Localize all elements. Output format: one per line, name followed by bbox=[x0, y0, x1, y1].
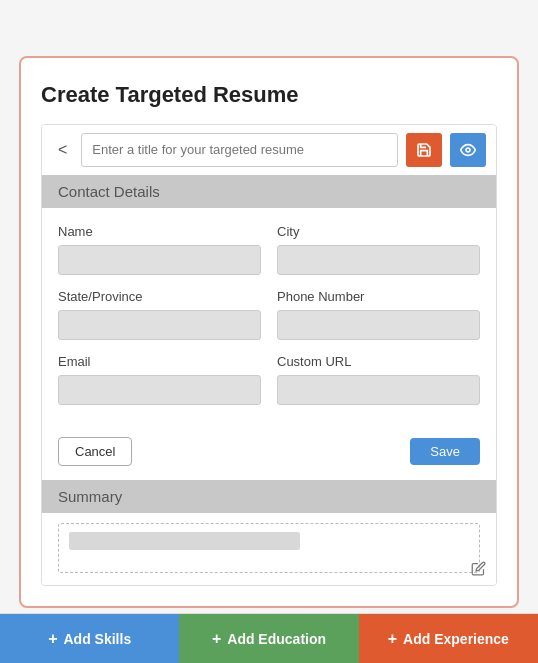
state-group: State/Province bbox=[58, 289, 261, 340]
custom-url-label: Custom URL bbox=[277, 354, 480, 369]
phone-label: Phone Number bbox=[277, 289, 480, 304]
contact-details-form: Name City State/Province Phone Number bbox=[42, 208, 496, 427]
add-skills-label: Add Skills bbox=[63, 631, 131, 647]
phone-group: Phone Number bbox=[277, 289, 480, 340]
summary-textarea[interactable] bbox=[58, 523, 480, 573]
city-label: City bbox=[277, 224, 480, 239]
add-skills-button[interactable]: + Add Skills bbox=[0, 614, 179, 663]
preview-button[interactable] bbox=[450, 133, 486, 167]
city-input[interactable] bbox=[277, 245, 480, 275]
custom-url-input[interactable] bbox=[277, 375, 480, 405]
email-group: Email bbox=[58, 354, 261, 405]
eye-icon bbox=[460, 142, 476, 158]
state-input[interactable] bbox=[58, 310, 261, 340]
summary-header: Summary bbox=[42, 480, 496, 513]
main-card: Create Targeted Resume < Contact bbox=[19, 56, 519, 608]
state-label: State/Province bbox=[58, 289, 261, 304]
name-group: Name bbox=[58, 224, 261, 275]
add-education-button[interactable]: + Add Education bbox=[179, 614, 358, 663]
save-icon bbox=[416, 142, 432, 158]
bottom-action-bar: + Add Skills + Add Education + Add Exper… bbox=[0, 613, 538, 663]
summary-placeholder-bar bbox=[69, 532, 300, 550]
action-row: Cancel Save bbox=[42, 427, 496, 480]
summary-body bbox=[42, 513, 496, 585]
cancel-button[interactable]: Cancel bbox=[58, 437, 132, 466]
name-label: Name bbox=[58, 224, 261, 239]
email-input[interactable] bbox=[58, 375, 261, 405]
top-bar: < bbox=[42, 125, 496, 175]
email-url-row: Email Custom URL bbox=[58, 354, 480, 405]
email-label: Email bbox=[58, 354, 261, 369]
resume-title-input[interactable] bbox=[81, 133, 398, 167]
summary-section: Summary bbox=[42, 480, 496, 585]
add-experience-label: Add Experience bbox=[403, 631, 509, 647]
back-button[interactable]: < bbox=[52, 137, 73, 163]
custom-url-group: Custom URL bbox=[277, 354, 480, 405]
page-title: Create Targeted Resume bbox=[41, 82, 497, 108]
name-city-row: Name City bbox=[58, 224, 480, 275]
add-education-label: Add Education bbox=[227, 631, 326, 647]
state-phone-row: State/Province Phone Number bbox=[58, 289, 480, 340]
add-skills-plus-icon: + bbox=[48, 630, 57, 648]
resume-form-card: < Contact Details bbox=[41, 124, 497, 586]
add-education-plus-icon: + bbox=[212, 630, 221, 648]
add-experience-button[interactable]: + Add Experience bbox=[359, 614, 538, 663]
edit-summary-icon[interactable] bbox=[471, 561, 486, 579]
save-button[interactable]: Save bbox=[410, 438, 480, 465]
name-input[interactable] bbox=[58, 245, 261, 275]
city-group: City bbox=[277, 224, 480, 275]
save-icon-button[interactable] bbox=[406, 133, 442, 167]
contact-details-header: Contact Details bbox=[42, 175, 496, 208]
svg-point-0 bbox=[466, 148, 470, 152]
add-experience-plus-icon: + bbox=[388, 630, 397, 648]
phone-input[interactable] bbox=[277, 310, 480, 340]
